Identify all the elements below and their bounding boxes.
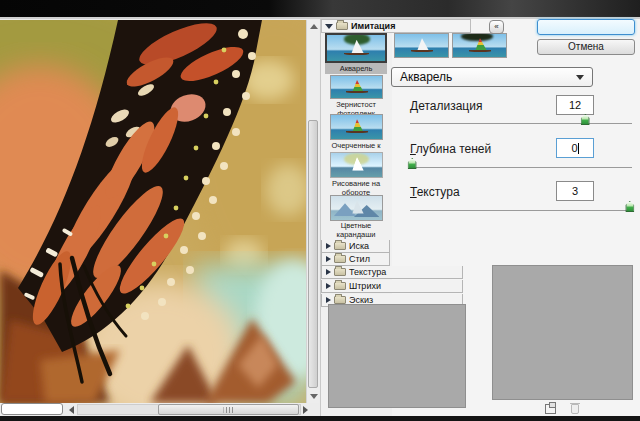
- horizontal-scroll-thumb[interactable]: [158, 404, 299, 415]
- collapsed-triangle-icon[interactable]: [326, 256, 331, 262]
- filter-thumbnail-watercolor[interactable]: [325, 33, 387, 63]
- folder-label: Иска: [349, 241, 369, 251]
- sailboat-hull: [346, 131, 367, 133]
- filter-select-value: Акварель: [400, 70, 452, 84]
- preview-bottom-bar: [0, 403, 319, 416]
- folder-row-distort[interactable]: Иска: [321, 240, 390, 253]
- window-titlebar[interactable]: [0, 0, 640, 17]
- new-effect-layer-button[interactable]: [545, 404, 556, 414]
- folder-label: Текстура: [349, 267, 386, 277]
- scroll-up-arrow-icon[interactable]: [310, 24, 318, 29]
- folder-icon: [336, 22, 348, 30]
- slider-shadow-intensity[interactable]: [410, 166, 632, 169]
- filter-thumbnail-colored-pencil[interactable]: [330, 195, 383, 221]
- folder-icon: [334, 255, 346, 263]
- param-value-shadow-intensity[interactable]: 0: [556, 138, 594, 158]
- collapsed-triangle-icon[interactable]: [326, 269, 331, 275]
- zoom-percentage-box[interactable]: [1, 403, 63, 415]
- folder-label: Стил: [349, 254, 370, 264]
- delete-effect-layer-button[interactable]: [571, 404, 579, 414]
- expanded-triangle-icon[interactable]: [325, 24, 333, 29]
- folder-row-texture[interactable]: Текстура: [321, 266, 463, 279]
- effect-layers-list[interactable]: [492, 265, 633, 400]
- sailboat-hull: [469, 50, 491, 52]
- bottom-edge: [0, 416, 640, 421]
- scroll-thumb-grip: [223, 407, 234, 413]
- ok-button[interactable]: [537, 19, 635, 35]
- preview-vertical-scrollbar[interactable]: [306, 20, 319, 403]
- scroll-right-arrow-icon[interactable]: [303, 406, 308, 414]
- folder-icon: [334, 268, 346, 276]
- vertical-scroll-thumb[interactable]: [308, 120, 318, 388]
- sailboat-graphic: [350, 200, 363, 213]
- text-caret: [578, 143, 579, 154]
- toggle-filter-list-button[interactable]: «: [489, 20, 504, 34]
- scroll-down-arrow-icon[interactable]: [310, 394, 318, 399]
- category-label: Имитация: [351, 21, 395, 31]
- param-value-texture[interactable]: 3: [556, 181, 594, 201]
- folder-icon: [334, 296, 346, 304]
- collapsed-triangle-icon[interactable]: [326, 297, 331, 303]
- filter-thumbnail-2[interactable]: [394, 33, 449, 58]
- filter-thumbnail-film-grain[interactable]: [330, 75, 383, 99]
- filter-gallery-dialog: Имитация Акварель Зернистост фотопленк О…: [0, 0, 640, 421]
- folder-icon: [334, 282, 346, 290]
- filter-thumbnail-poster-edges[interactable]: [330, 114, 383, 140]
- image-preview[interactable]: [0, 20, 306, 403]
- thumbnail-art: [461, 33, 493, 41]
- thumbnail-label-selected: Акварель: [325, 63, 387, 74]
- thumbnail-label: Цветные карандаши: [323, 221, 389, 239]
- param-label-brush-detail: Детализация: [410, 99, 482, 113]
- filter-select-dropdown[interactable]: Акварель: [391, 67, 593, 87]
- sailboat-hull: [346, 91, 367, 93]
- slider-brush-detail[interactable]: [410, 122, 632, 125]
- scroll-left-arrow-icon[interactable]: [69, 406, 74, 414]
- collapsed-triangle-icon[interactable]: [326, 283, 331, 289]
- collapsed-triangle-icon[interactable]: [326, 243, 331, 249]
- param-label-texture: Текстура: [410, 185, 460, 199]
- cancel-button[interactable]: Отмена: [537, 39, 635, 55]
- butterfly-preview-image: [0, 20, 306, 403]
- filter-thumbnail-3[interactable]: [452, 33, 507, 58]
- chevron-down-icon: [576, 75, 584, 80]
- sailboat-graphic: [415, 38, 429, 51]
- filter-category-header[interactable]: Имитация: [321, 19, 471, 33]
- folder-row-brushstrokes[interactable]: Штрихи: [321, 280, 463, 293]
- browser-empty-area: [328, 304, 466, 408]
- folder-icon: [334, 242, 346, 250]
- thumbnail-label: Очерченные к: [323, 141, 389, 150]
- thumbnail-art: [334, 203, 357, 216]
- folder-row-stylize[interactable]: Стил: [321, 253, 390, 266]
- folder-label: Штрихи: [349, 281, 381, 291]
- sailboat-hull: [411, 50, 433, 52]
- param-label-shadow-intensity: Глубина теней: [410, 142, 491, 156]
- param-value-brush-detail[interactable]: 12: [556, 95, 594, 115]
- slider-texture[interactable]: [410, 209, 632, 212]
- sailboat-hull: [344, 53, 368, 55]
- filter-thumbnail-underpainting[interactable]: [330, 152, 383, 178]
